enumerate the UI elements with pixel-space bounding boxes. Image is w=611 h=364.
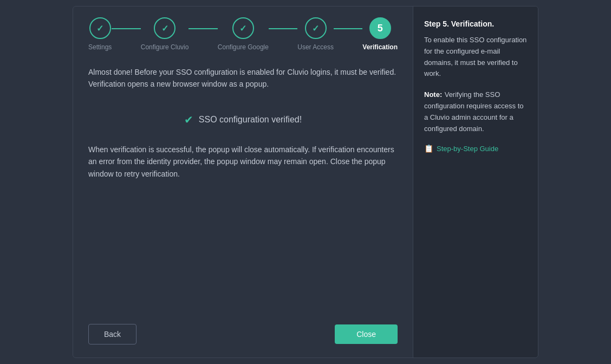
intro-text: Almost done! Before your SSO configurati… [88,66,398,90]
check-icon-user-access: ✓ [312,23,319,34]
step-circle-user-access: ✓ [305,17,327,39]
modal-container: ✓ Settings ✓ Configure Cluvio ✓ Configur… [73,6,538,358]
verified-checkmark-icon: ✔ [184,113,193,126]
check-icon-google: ✓ [239,23,246,34]
step-label-settings: Settings [88,43,112,51]
step-label-cluvio: Configure Cluvio [141,43,189,51]
step-circle-settings: ✓ [89,17,111,39]
step-label-user-access: User Access [297,43,334,51]
info-text: When verification is successful, the pop… [88,144,398,180]
sidebar-title: Step 5. Verification. [424,20,527,28]
main-content: ✓ Settings ✓ Configure Cluvio ✓ Configur… [73,6,413,358]
footer: Back Close [88,315,398,344]
step-user-access: ✓ User Access [297,17,334,51]
step-circle-verification: 5 [369,17,391,39]
verified-block: ✔ SSO configuration verified! [88,113,398,126]
step-circle-cluvio: ✓ [154,17,176,39]
book-icon: 📋 [424,144,433,153]
connector-1 [112,28,140,29]
back-button[interactable]: Back [88,324,136,344]
step-circle-google: ✓ [232,17,254,39]
sidebar: Step 5. Verification. To enable this SSO… [413,6,538,358]
step-by-step-guide-link[interactable]: 📋 Step-by-Step Guide [424,144,527,153]
connector-4 [334,28,362,29]
guide-link-label: Step-by-Step Guide [437,145,498,153]
sidebar-note-label: Note: [424,90,442,99]
step-configure-cluvio: ✓ Configure Cluvio [141,17,189,51]
sidebar-description: To enable this SSO configuration for the… [424,35,527,80]
connector-3 [269,28,297,29]
step-configure-google: ✓ Configure Google [218,17,269,51]
check-icon-cluvio: ✓ [161,23,168,34]
step-number-verification: 5 [378,23,383,34]
step-label-verification: Verification [362,43,398,51]
step-label-google: Configure Google [218,43,269,51]
close-button[interactable]: Close [335,324,398,344]
step-settings: ✓ Settings [88,17,112,51]
spacer [88,180,398,315]
connector-2 [188,28,217,29]
step-verification: 5 Verification [362,17,398,51]
verified-message: SSO configuration verified! [199,115,302,125]
stepper: ✓ Settings ✓ Configure Cluvio ✓ Configur… [88,17,398,51]
check-icon-settings: ✓ [96,23,103,34]
